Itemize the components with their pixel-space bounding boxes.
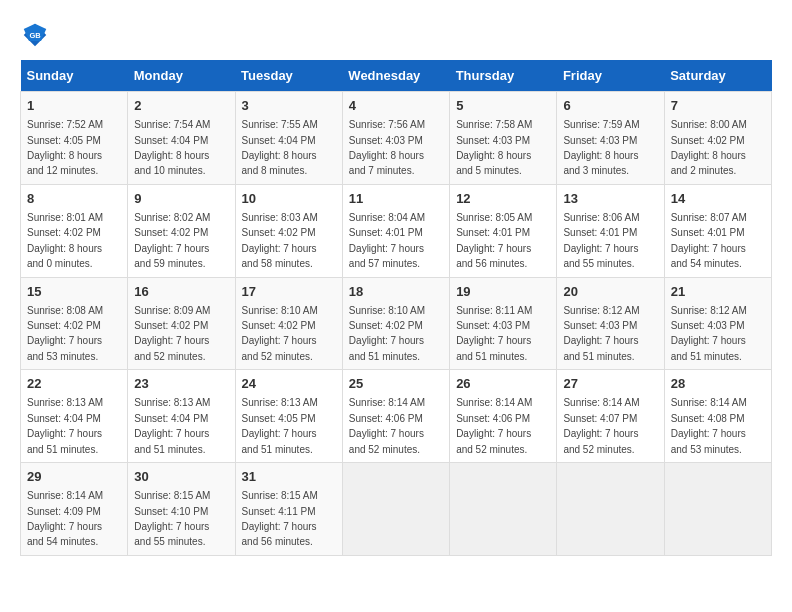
- calendar-cell: [450, 463, 557, 556]
- day-info: Sunrise: 8:12 AM Sunset: 4:03 PM Dayligh…: [563, 305, 639, 362]
- calendar-cell: 3Sunrise: 7:55 AM Sunset: 4:04 PM Daylig…: [235, 92, 342, 185]
- day-info: Sunrise: 7:58 AM Sunset: 4:03 PM Dayligh…: [456, 119, 532, 176]
- calendar-cell: [342, 463, 449, 556]
- day-info: Sunrise: 8:14 AM Sunset: 4:06 PM Dayligh…: [456, 397, 532, 454]
- calendar-cell: 7Sunrise: 8:00 AM Sunset: 4:02 PM Daylig…: [664, 92, 771, 185]
- day-info: Sunrise: 8:14 AM Sunset: 4:09 PM Dayligh…: [27, 490, 103, 547]
- calendar-cell: 10Sunrise: 8:03 AM Sunset: 4:02 PM Dayli…: [235, 184, 342, 277]
- day-info: Sunrise: 8:00 AM Sunset: 4:02 PM Dayligh…: [671, 119, 747, 176]
- calendar-cell: 24Sunrise: 8:13 AM Sunset: 4:05 PM Dayli…: [235, 370, 342, 463]
- day-info: Sunrise: 7:55 AM Sunset: 4:04 PM Dayligh…: [242, 119, 318, 176]
- day-number: 29: [27, 468, 121, 486]
- calendar-cell: 30Sunrise: 8:15 AM Sunset: 4:10 PM Dayli…: [128, 463, 235, 556]
- calendar-cell: 16Sunrise: 8:09 AM Sunset: 4:02 PM Dayli…: [128, 277, 235, 370]
- header-tuesday: Tuesday: [235, 60, 342, 92]
- day-number: 15: [27, 283, 121, 301]
- header-sunday: Sunday: [21, 60, 128, 92]
- svg-text:GB: GB: [29, 31, 41, 40]
- day-number: 3: [242, 97, 336, 115]
- calendar-week-row: 29Sunrise: 8:14 AM Sunset: 4:09 PM Dayli…: [21, 463, 772, 556]
- day-info: Sunrise: 8:14 AM Sunset: 4:08 PM Dayligh…: [671, 397, 747, 454]
- header-monday: Monday: [128, 60, 235, 92]
- day-number: 17: [242, 283, 336, 301]
- day-number: 2: [134, 97, 228, 115]
- calendar-week-row: 8Sunrise: 8:01 AM Sunset: 4:02 PM Daylig…: [21, 184, 772, 277]
- day-number: 9: [134, 190, 228, 208]
- day-info: Sunrise: 8:08 AM Sunset: 4:02 PM Dayligh…: [27, 305, 103, 362]
- day-info: Sunrise: 8:05 AM Sunset: 4:01 PM Dayligh…: [456, 212, 532, 269]
- day-info: Sunrise: 7:54 AM Sunset: 4:04 PM Dayligh…: [134, 119, 210, 176]
- calendar-cell: 31Sunrise: 8:15 AM Sunset: 4:11 PM Dayli…: [235, 463, 342, 556]
- day-number: 5: [456, 97, 550, 115]
- page-header: GB: [20, 20, 772, 50]
- calendar-cell: 2Sunrise: 7:54 AM Sunset: 4:04 PM Daylig…: [128, 92, 235, 185]
- day-number: 14: [671, 190, 765, 208]
- day-info: Sunrise: 8:06 AM Sunset: 4:01 PM Dayligh…: [563, 212, 639, 269]
- calendar-cell: 12Sunrise: 8:05 AM Sunset: 4:01 PM Dayli…: [450, 184, 557, 277]
- calendar-cell: 11Sunrise: 8:04 AM Sunset: 4:01 PM Dayli…: [342, 184, 449, 277]
- day-number: 10: [242, 190, 336, 208]
- day-number: 18: [349, 283, 443, 301]
- calendar-cell: 6Sunrise: 7:59 AM Sunset: 4:03 PM Daylig…: [557, 92, 664, 185]
- header-wednesday: Wednesday: [342, 60, 449, 92]
- day-info: Sunrise: 7:59 AM Sunset: 4:03 PM Dayligh…: [563, 119, 639, 176]
- day-info: Sunrise: 8:07 AM Sunset: 4:01 PM Dayligh…: [671, 212, 747, 269]
- day-number: 16: [134, 283, 228, 301]
- day-number: 1: [27, 97, 121, 115]
- day-number: 8: [27, 190, 121, 208]
- day-info: Sunrise: 8:15 AM Sunset: 4:11 PM Dayligh…: [242, 490, 318, 547]
- day-number: 6: [563, 97, 657, 115]
- day-number: 23: [134, 375, 228, 393]
- calendar-cell: 1Sunrise: 7:52 AM Sunset: 4:05 PM Daylig…: [21, 92, 128, 185]
- day-info: Sunrise: 8:15 AM Sunset: 4:10 PM Dayligh…: [134, 490, 210, 547]
- calendar-cell: 28Sunrise: 8:14 AM Sunset: 4:08 PM Dayli…: [664, 370, 771, 463]
- calendar-cell: 9Sunrise: 8:02 AM Sunset: 4:02 PM Daylig…: [128, 184, 235, 277]
- day-info: Sunrise: 8:14 AM Sunset: 4:07 PM Dayligh…: [563, 397, 639, 454]
- day-number: 20: [563, 283, 657, 301]
- day-info: Sunrise: 8:13 AM Sunset: 4:04 PM Dayligh…: [27, 397, 103, 454]
- calendar-week-row: 1Sunrise: 7:52 AM Sunset: 4:05 PM Daylig…: [21, 92, 772, 185]
- calendar-cell: 8Sunrise: 8:01 AM Sunset: 4:02 PM Daylig…: [21, 184, 128, 277]
- day-number: 4: [349, 97, 443, 115]
- calendar-cell: [557, 463, 664, 556]
- logo: GB: [20, 20, 54, 50]
- day-number: 27: [563, 375, 657, 393]
- calendar-header-row: SundayMondayTuesdayWednesdayThursdayFrid…: [21, 60, 772, 92]
- day-info: Sunrise: 8:13 AM Sunset: 4:05 PM Dayligh…: [242, 397, 318, 454]
- day-number: 28: [671, 375, 765, 393]
- day-info: Sunrise: 8:04 AM Sunset: 4:01 PM Dayligh…: [349, 212, 425, 269]
- logo-icon: GB: [20, 20, 50, 50]
- day-info: Sunrise: 8:10 AM Sunset: 4:02 PM Dayligh…: [349, 305, 425, 362]
- day-number: 30: [134, 468, 228, 486]
- header-thursday: Thursday: [450, 60, 557, 92]
- calendar-cell: 19Sunrise: 8:11 AM Sunset: 4:03 PM Dayli…: [450, 277, 557, 370]
- calendar-cell: 23Sunrise: 8:13 AM Sunset: 4:04 PM Dayli…: [128, 370, 235, 463]
- day-number: 19: [456, 283, 550, 301]
- calendar-week-row: 22Sunrise: 8:13 AM Sunset: 4:04 PM Dayli…: [21, 370, 772, 463]
- day-number: 31: [242, 468, 336, 486]
- day-info: Sunrise: 8:03 AM Sunset: 4:02 PM Dayligh…: [242, 212, 318, 269]
- day-number: 25: [349, 375, 443, 393]
- calendar-cell: 25Sunrise: 8:14 AM Sunset: 4:06 PM Dayli…: [342, 370, 449, 463]
- calendar-cell: 29Sunrise: 8:14 AM Sunset: 4:09 PM Dayli…: [21, 463, 128, 556]
- header-friday: Friday: [557, 60, 664, 92]
- day-info: Sunrise: 8:10 AM Sunset: 4:02 PM Dayligh…: [242, 305, 318, 362]
- calendar-cell: 18Sunrise: 8:10 AM Sunset: 4:02 PM Dayli…: [342, 277, 449, 370]
- calendar-week-row: 15Sunrise: 8:08 AM Sunset: 4:02 PM Dayli…: [21, 277, 772, 370]
- day-info: Sunrise: 8:09 AM Sunset: 4:02 PM Dayligh…: [134, 305, 210, 362]
- day-number: 12: [456, 190, 550, 208]
- calendar-cell: 4Sunrise: 7:56 AM Sunset: 4:03 PM Daylig…: [342, 92, 449, 185]
- calendar-cell: 21Sunrise: 8:12 AM Sunset: 4:03 PM Dayli…: [664, 277, 771, 370]
- day-info: Sunrise: 7:56 AM Sunset: 4:03 PM Dayligh…: [349, 119, 425, 176]
- calendar-cell: 14Sunrise: 8:07 AM Sunset: 4:01 PM Dayli…: [664, 184, 771, 277]
- calendar-cell: 13Sunrise: 8:06 AM Sunset: 4:01 PM Dayli…: [557, 184, 664, 277]
- calendar-cell: 22Sunrise: 8:13 AM Sunset: 4:04 PM Dayli…: [21, 370, 128, 463]
- day-number: 13: [563, 190, 657, 208]
- day-number: 7: [671, 97, 765, 115]
- calendar-cell: 27Sunrise: 8:14 AM Sunset: 4:07 PM Dayli…: [557, 370, 664, 463]
- calendar-cell: 5Sunrise: 7:58 AM Sunset: 4:03 PM Daylig…: [450, 92, 557, 185]
- day-info: Sunrise: 7:52 AM Sunset: 4:05 PM Dayligh…: [27, 119, 103, 176]
- day-info: Sunrise: 8:12 AM Sunset: 4:03 PM Dayligh…: [671, 305, 747, 362]
- day-info: Sunrise: 8:01 AM Sunset: 4:02 PM Dayligh…: [27, 212, 103, 269]
- day-number: 22: [27, 375, 121, 393]
